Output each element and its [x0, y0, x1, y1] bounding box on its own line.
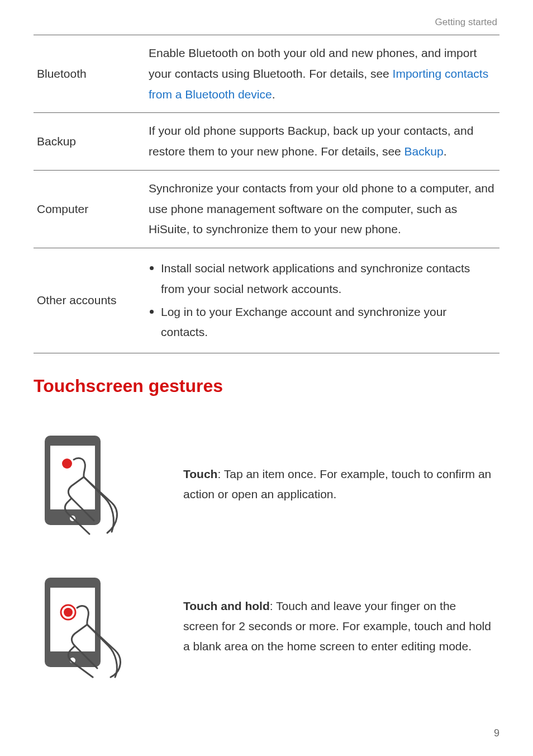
gesture-touch-hold: Touch and hold: Touch and leave your fin…	[34, 572, 499, 681]
touch-gesture-icon	[34, 430, 168, 538]
svg-point-3	[62, 459, 72, 469]
row-label: Computer	[34, 170, 145, 248]
row-description: Synchronize your contacts from your old …	[145, 170, 499, 248]
link-backup[interactable]: Backup	[404, 145, 444, 158]
svg-point-8	[64, 608, 73, 617]
methods-table: Bluetooth Enable Bluetooth on both your …	[34, 35, 499, 353]
row-label: Other accounts	[34, 248, 145, 353]
gesture-description: Touch and hold: Touch and leave your fin…	[168, 596, 499, 656]
gesture-name: Touch and hold	[183, 599, 270, 612]
gesture-detail: : Tap an item once. For example, touch t…	[183, 467, 491, 500]
gesture-name: Touch	[183, 467, 217, 480]
page-number: 9	[494, 727, 499, 739]
bullet-list: Install social network applications and …	[149, 258, 496, 343]
table-row: Other accounts Install social network ap…	[34, 248, 499, 353]
row-label: Bluetooth	[34, 35, 145, 113]
list-item: Install social network applications and …	[149, 258, 496, 300]
row-description: If your old phone supports Backup, back …	[145, 113, 499, 171]
row-description: Install social network applications and …	[145, 248, 499, 353]
desc-text: .	[272, 88, 275, 101]
gesture-description: Touch: Tap an item once. For example, to…	[168, 464, 499, 504]
header-section-label: Getting started	[34, 17, 499, 28]
list-item: Log in to your Exchange account and sync…	[149, 302, 496, 343]
table-row: Computer Synchronize your contacts from …	[34, 170, 499, 248]
desc-text: Synchronize your contacts from your old …	[149, 182, 494, 236]
desc-text: .	[444, 145, 447, 158]
table-row: Bluetooth Enable Bluetooth on both your …	[34, 35, 499, 113]
section-heading: Touchscreen gestures	[34, 376, 499, 396]
table-row: Backup If your old phone supports Backup…	[34, 113, 499, 171]
touch-hold-gesture-icon	[34, 572, 168, 681]
row-description: Enable Bluetooth on both your old and ne…	[145, 35, 499, 113]
row-label: Backup	[34, 113, 145, 171]
gesture-touch: Touch: Tap an item once. For example, to…	[34, 430, 499, 538]
